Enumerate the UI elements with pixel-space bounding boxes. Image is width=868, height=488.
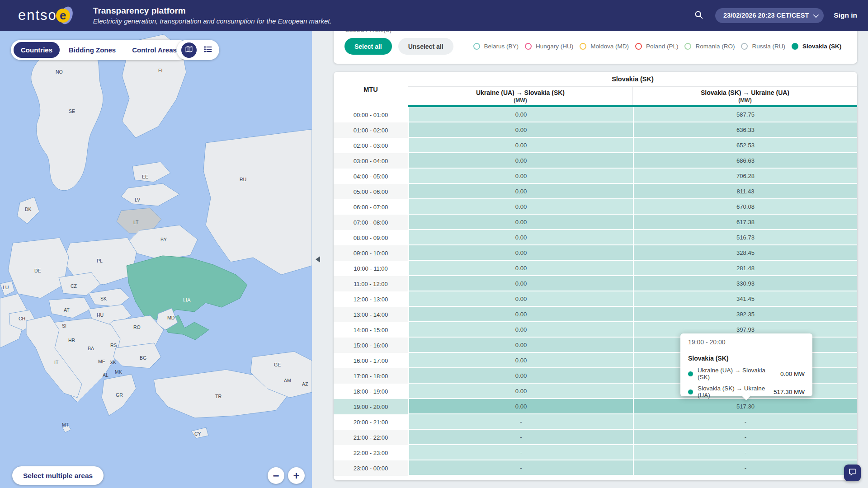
chat-widget-button[interactable] xyxy=(844,465,861,481)
mtu-cell[interactable]: 21:00 - 22:00 xyxy=(334,430,408,445)
value-cell-sk-ua[interactable]: - xyxy=(633,414,857,430)
table-row[interactable]: 08:00 - 09:000.00516.73 xyxy=(334,230,857,245)
mtu-cell[interactable]: 02:00 - 03:00 xyxy=(334,138,408,153)
select-all-button[interactable]: Select all xyxy=(344,38,392,55)
value-cell-ua-sk[interactable]: 0.00 xyxy=(408,122,633,138)
map-label-by[interactable]: BY xyxy=(160,237,167,242)
map-label-ge[interactable]: GE xyxy=(274,362,281,367)
mtu-cell[interactable]: 19:00 - 20:00 xyxy=(334,399,408,414)
table-row[interactable]: 20:00 - 21:00-- xyxy=(334,414,857,430)
table-row[interactable]: 11:00 - 12:000.00330.93 xyxy=(334,276,857,291)
area-option-ro[interactable]: Romania (RO) xyxy=(684,43,735,50)
table-row[interactable]: 03:00 - 04:000.00686.63 xyxy=(334,153,857,169)
map-label-me[interactable]: ME xyxy=(98,359,105,364)
map-label-cz[interactable]: CZ xyxy=(71,283,77,289)
mtu-cell[interactable]: 15:00 - 16:00 xyxy=(334,338,408,353)
table-row[interactable]: 02:00 - 03:000.00652.53 xyxy=(334,138,857,153)
map-label-de[interactable]: DE xyxy=(34,268,41,273)
collapse-panel-arrow[interactable] xyxy=(316,256,320,263)
map-label-mt[interactable]: MT xyxy=(62,422,69,427)
map-label-ua[interactable]: UA xyxy=(183,297,191,304)
map-label-ch[interactable]: CH xyxy=(19,316,25,321)
map-land-austria[interactable] xyxy=(49,297,91,318)
map-label-tr[interactable]: TR xyxy=(215,394,222,399)
mtu-cell[interactable]: 23:00 - 00:00 xyxy=(334,460,408,476)
map-zoom-in-button[interactable]: + xyxy=(288,467,305,484)
map-label-al[interactable]: AL xyxy=(103,372,108,378)
map-label-hr[interactable]: HR xyxy=(68,338,75,343)
map-label-lu[interactable]: LU xyxy=(3,285,9,290)
europe-map[interactable]: NOSEFIEELVLTRUDKBYPLDELUCZSKUAATMDCHSIHU… xyxy=(0,31,312,488)
value-cell-sk-ua[interactable]: 392.35 xyxy=(633,307,857,322)
tab-bidding-zones[interactable]: Bidding Zones xyxy=(61,42,123,58)
map-label-ee[interactable]: EE xyxy=(142,174,148,179)
value-cell-ua-sk[interactable]: - xyxy=(408,460,633,476)
value-cell-sk-ua[interactable]: - xyxy=(633,445,857,460)
value-cell-ua-sk[interactable]: 0.00 xyxy=(408,153,633,169)
map-label-gr[interactable]: GR xyxy=(116,392,123,398)
table-row[interactable]: 09:00 - 10:000.00328.45 xyxy=(334,245,857,261)
area-option-pl[interactable]: Poland (PL) xyxy=(635,43,678,50)
mtu-cell[interactable]: 01:00 - 02:00 xyxy=(334,122,408,138)
value-cell-ua-sk[interactable]: 0.00 xyxy=(408,322,633,338)
map-label-mk[interactable]: MK xyxy=(115,369,122,375)
value-cell-sk-ua[interactable]: 706.28 xyxy=(633,169,857,184)
mtu-cell[interactable]: 11:00 - 12:00 xyxy=(334,276,408,291)
value-cell-sk-ua[interactable]: - xyxy=(633,430,857,445)
tab-control-areas[interactable]: Control Areas xyxy=(125,42,184,58)
mtu-cell[interactable]: 14:00 - 15:00 xyxy=(334,322,408,338)
value-cell-sk-ua[interactable]: 811.43 xyxy=(633,184,857,199)
map-label-ru[interactable]: RU xyxy=(240,177,246,182)
table-row[interactable]: 04:00 - 05:000.00706.28 xyxy=(334,169,857,184)
mtu-cell[interactable]: 16:00 - 17:00 xyxy=(334,353,408,368)
map-label-pl[interactable]: PL xyxy=(97,258,103,263)
map-label-md[interactable]: MD xyxy=(167,315,175,320)
value-cell-sk-ua[interactable]: 328.45 xyxy=(633,245,857,261)
map-label-bg[interactable]: BG xyxy=(140,355,146,361)
table-row[interactable]: 10:00 - 11:000.00281.48 xyxy=(334,261,857,276)
map-label-rs[interactable]: RS xyxy=(110,343,117,348)
map-label-fi[interactable]: FI xyxy=(158,68,162,73)
unselect-all-button[interactable]: Unselect all xyxy=(398,38,453,55)
map-label-dk[interactable]: DK xyxy=(25,206,32,212)
value-cell-sk-ua[interactable]: 686.63 xyxy=(633,153,857,169)
search-button[interactable] xyxy=(693,9,705,22)
value-cell-sk-ua[interactable]: 636.33 xyxy=(633,122,857,138)
value-cell-sk-ua[interactable]: 281.48 xyxy=(633,261,857,276)
map-label-ba[interactable]: BA xyxy=(88,346,94,351)
value-cell-ua-sk[interactable]: 0.00 xyxy=(408,399,633,414)
map-label-sk[interactable]: SK xyxy=(100,296,107,301)
table-row[interactable]: 13:00 - 14:000.00392.35 xyxy=(334,307,857,322)
table-row[interactable]: 05:00 - 06:000.00811.43 xyxy=(334,184,857,199)
table-row[interactable]: 22:00 - 23:00-- xyxy=(334,445,857,460)
mtu-cell[interactable]: 03:00 - 04:00 xyxy=(334,153,408,169)
value-cell-ua-sk[interactable]: - xyxy=(408,430,633,445)
mtu-cell[interactable]: 08:00 - 09:00 xyxy=(334,230,408,245)
value-cell-ua-sk[interactable]: 0.00 xyxy=(408,215,633,230)
table-row[interactable]: 00:00 - 01:000.00587.75 xyxy=(334,107,857,122)
map-zoom-out-button[interactable]: − xyxy=(268,467,284,484)
value-cell-ua-sk[interactable]: 0.00 xyxy=(408,230,633,245)
area-option-sk[interactable]: Slovakia (SK) xyxy=(792,43,841,50)
value-cell-ua-sk[interactable]: 0.00 xyxy=(408,261,633,276)
table-row[interactable]: 06:00 - 07:000.00670.08 xyxy=(334,199,857,215)
value-cell-ua-sk[interactable]: 0.00 xyxy=(408,199,633,215)
value-cell-ua-sk[interactable]: 0.00 xyxy=(408,368,633,384)
map-land-ukraine[interactable] xyxy=(127,256,247,321)
value-cell-sk-ua[interactable]: 670.08 xyxy=(633,199,857,215)
map-label-az[interactable]: AZ xyxy=(302,381,308,387)
map-label-no[interactable]: NO xyxy=(56,69,63,75)
map-label-hu[interactable]: HU xyxy=(97,312,104,318)
value-cell-ua-sk[interactable]: 0.00 xyxy=(408,384,633,399)
value-cell-ua-sk[interactable]: 0.00 xyxy=(408,291,633,307)
mtu-cell[interactable]: 10:00 - 11:00 xyxy=(334,261,408,276)
mtu-cell[interactable]: 06:00 - 07:00 xyxy=(334,199,408,215)
map-label-cy[interactable]: CY xyxy=(194,431,201,436)
value-cell-ua-sk[interactable]: 0.00 xyxy=(408,107,633,122)
mtu-cell[interactable]: 07:00 - 08:00 xyxy=(334,215,408,230)
datetime-selector[interactable]: 23/02/2026 20:23 CET/CEST xyxy=(715,8,824,23)
mtu-cell[interactable]: 18:00 - 19:00 xyxy=(334,384,408,399)
table-row[interactable]: 21:00 - 22:00-- xyxy=(334,430,857,445)
mtu-cell[interactable]: 04:00 - 05:00 xyxy=(334,169,408,184)
select-multiple-areas-button[interactable]: Select multiple areas xyxy=(12,466,104,485)
